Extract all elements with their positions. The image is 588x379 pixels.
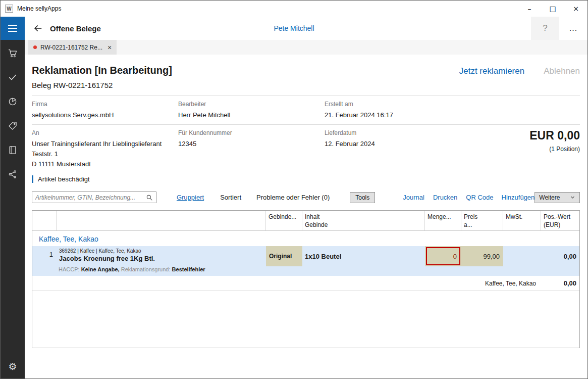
col-pos-wert[interactable]: Pos.-Wert (EUR) bbox=[541, 211, 579, 230]
price-tag-icon bbox=[8, 121, 18, 131]
note-marker-icon bbox=[32, 175, 33, 183]
recipient-line: Unser Trainingslieferant Ihr Lieblingsli… bbox=[32, 140, 178, 148]
field-label: Firma bbox=[32, 101, 178, 108]
table-empty-area bbox=[32, 291, 579, 348]
col-number bbox=[32, 211, 57, 230]
haccp-label: HACCP: bbox=[59, 266, 81, 272]
hamburger-menu-button[interactable] bbox=[1, 17, 25, 40]
col-gebinde[interactable]: Gebinde... bbox=[266, 211, 302, 230]
col-preis[interactable]: Preis a... bbox=[461, 211, 503, 230]
article-search[interactable] bbox=[32, 192, 156, 203]
field-label: An bbox=[32, 129, 178, 136]
article-name: Jacobs Kroenung free 1Kg Btl. bbox=[59, 255, 263, 262]
header-actions: ? … bbox=[531, 17, 587, 40]
sidebar-item-prices[interactable] bbox=[1, 114, 25, 138]
pie-chart-icon bbox=[8, 97, 18, 107]
field-value: 21. Februar 2024 16:17 bbox=[325, 111, 580, 119]
reason-value: Bestellfehler bbox=[172, 266, 205, 272]
field-bearbeiter: Bearbeiter Herr Pete Mitchell bbox=[178, 101, 325, 119]
problems-filter[interactable]: Probleme oder Fehler (0) bbox=[256, 194, 330, 201]
reject-button[interactable]: Ablehnen bbox=[544, 66, 580, 76]
document-number: Beleg RW-0221-161752 bbox=[32, 81, 580, 89]
window-title: Meine sellyApps bbox=[17, 5, 61, 12]
col-inhalt-gebinde[interactable]: Inhalt Gebinde bbox=[302, 211, 425, 230]
field-erstellt-am: Erstellt am 21. Februar 2024 16:17 bbox=[325, 101, 580, 119]
field-value: sellysolutions Serv.ges.mbH bbox=[32, 111, 178, 119]
print-link[interactable]: Drucken bbox=[433, 194, 457, 201]
field-an: An Unser Trainingslieferant Ihr Liebling… bbox=[32, 129, 178, 168]
field-value: 12. Februar 2024 bbox=[325, 140, 491, 148]
position-value-cell: 0,00 bbox=[541, 246, 579, 266]
sidebar-item-share[interactable] bbox=[1, 162, 25, 186]
sidebar-item-settings[interactable]: ⚙ bbox=[1, 354, 25, 378]
recipient-line: Teststr. 1 bbox=[32, 150, 178, 158]
search-icon bbox=[146, 194, 153, 201]
row-number: 1 bbox=[32, 246, 57, 266]
close-button[interactable]: × bbox=[564, 1, 587, 17]
more-options-button[interactable]: … bbox=[559, 17, 587, 40]
article-description: 369262 | Kaffee | Kaffee, Tee, Kakao Jac… bbox=[57, 246, 266, 266]
position-count: (1 Position) bbox=[491, 146, 580, 153]
field-label: Bearbeiter bbox=[178, 101, 325, 108]
maximize-button[interactable]: □ bbox=[541, 1, 564, 17]
haccp-value: Keine Angabe, bbox=[81, 266, 121, 272]
field-label: Erstellt am bbox=[325, 101, 580, 108]
document-note: Artikel beschädigt bbox=[32, 175, 580, 183]
page-title: Offene Belege bbox=[50, 24, 101, 33]
quantity-input[interactable]: 0 bbox=[426, 247, 460, 265]
journal-link[interactable]: Journal bbox=[403, 194, 424, 201]
minimize-button[interactable]: – bbox=[518, 1, 541, 17]
col-mwst[interactable]: MwSt. bbox=[503, 211, 541, 230]
subtotal-value: 0,00 bbox=[536, 279, 579, 287]
tab-bar: RW-0221-161752 Re... × bbox=[25, 40, 587, 55]
tab-document[interactable]: RW-0221-161752 Re... × bbox=[28, 40, 117, 55]
dropdown-label: Weitere bbox=[539, 194, 560, 201]
search-input[interactable] bbox=[35, 194, 146, 201]
price-cell[interactable]: 99,00 bbox=[461, 246, 503, 266]
positions-table: Gebinde... Inhalt Gebinde Menge... Preis… bbox=[32, 210, 580, 348]
tools-button[interactable]: Tools bbox=[350, 192, 375, 203]
user-name[interactable]: Pete Mitchell bbox=[274, 24, 314, 32]
document-title: Reklamation [In Bearbeitung] bbox=[32, 65, 172, 76]
more-actions-dropdown[interactable]: Weitere bbox=[534, 192, 580, 203]
check-icon bbox=[8, 72, 18, 82]
app-header: Offene Belege Pete Mitchell ? … bbox=[1, 17, 587, 40]
field-kundennummer: Für Kundennummer 12345 bbox=[178, 129, 325, 168]
menge-cell: 0 bbox=[425, 246, 461, 266]
back-button[interactable] bbox=[28, 17, 48, 40]
book-icon bbox=[8, 145, 18, 155]
document-meta-row-1: Firma sellysolutions Serv.ges.mbH Bearbe… bbox=[32, 96, 580, 125]
field-label: Lieferdatum bbox=[325, 129, 491, 136]
gebinde-cell[interactable]: Original bbox=[266, 246, 302, 266]
sidebar-item-cart[interactable] bbox=[1, 41, 25, 65]
reason-label: Reklamationsgrund: bbox=[121, 266, 172, 272]
sidebar-item-journal[interactable] bbox=[1, 138, 25, 162]
sort-toggle[interactable]: Sortiert bbox=[220, 194, 241, 201]
gear-icon: ⚙ bbox=[8, 361, 17, 372]
app-window: W Meine sellyApps – □ × Offene Belege Pe… bbox=[0, 0, 588, 379]
group-header[interactable]: Kaffee, Tee, Kakao bbox=[32, 231, 579, 246]
reclaim-now-button[interactable]: Jetzt reklamieren bbox=[459, 66, 524, 76]
inhalt-cell: 1x10 Beutel bbox=[302, 246, 425, 266]
sidebar-item-tasks[interactable] bbox=[1, 65, 25, 89]
mwst-cell bbox=[503, 246, 541, 266]
main-content: Reklamation [In Bearbeitung] Jetzt rekla… bbox=[25, 55, 587, 378]
chevron-down-icon bbox=[570, 195, 575, 200]
col-description bbox=[57, 211, 266, 230]
titlebar: W Meine sellyApps – □ × bbox=[1, 1, 587, 17]
total-amount: EUR 0,00 bbox=[491, 129, 580, 142]
cart-icon bbox=[8, 48, 18, 59]
group-toggle[interactable]: Gruppiert bbox=[177, 194, 204, 201]
tab-close-icon[interactable]: × bbox=[108, 44, 112, 51]
col-menge[interactable]: Menge... bbox=[425, 211, 461, 230]
sidebar-item-statistics[interactable] bbox=[1, 89, 25, 114]
help-button[interactable]: ? bbox=[531, 17, 559, 40]
qr-code-link[interactable]: QR Code bbox=[466, 194, 493, 201]
back-arrow-icon bbox=[33, 23, 43, 33]
document-total: EUR 0,00 (1 Position) bbox=[491, 129, 580, 168]
field-value: 12345 bbox=[178, 140, 325, 148]
field-value: Herr Pete Mitchell bbox=[178, 111, 325, 119]
row-details: HACCP: Keine Angabe, Reklamationsgrund: … bbox=[32, 266, 579, 276]
add-link[interactable]: Hinzufügen bbox=[502, 194, 535, 201]
table-row[interactable]: 1 369262 | Kaffee | Kaffee, Tee, Kakao J… bbox=[32, 246, 579, 266]
